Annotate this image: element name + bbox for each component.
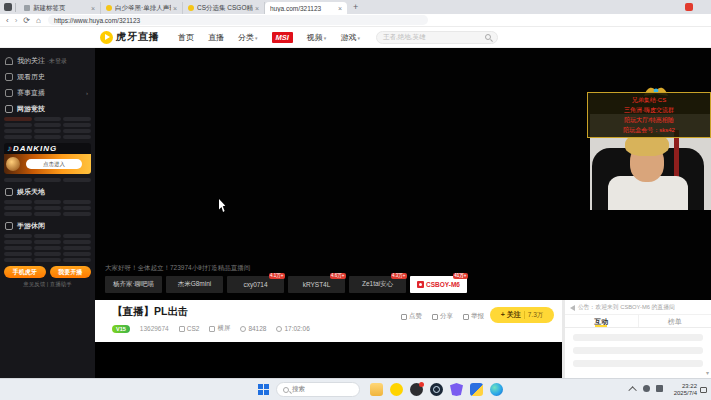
- category-tag[interactable]: [63, 135, 91, 139]
- browser-tab-1[interactable]: 新建标签页 ×: [19, 2, 101, 14]
- category-tag[interactable]: [63, 117, 91, 121]
- category-tag[interactable]: [34, 258, 62, 262]
- category-tag[interactable]: [63, 246, 91, 250]
- category-tag[interactable]: [63, 200, 91, 204]
- new-tab-button[interactable]: +: [353, 2, 358, 12]
- notification-center-icon[interactable]: [700, 387, 707, 393]
- category-tag[interactable]: [34, 129, 62, 133]
- sidebar-ad-banner[interactable]: ♪ DANKING 点击进入: [4, 143, 91, 174]
- steam-icon[interactable]: [430, 383, 443, 396]
- close-tab-icon[interactable]: ×: [255, 5, 259, 12]
- browser-tab-3[interactable]: CS分选集 CSGO精华/搞笑集锦 ×: [183, 2, 265, 14]
- media-app-icon[interactable]: [470, 383, 483, 396]
- network-icon[interactable]: [643, 385, 650, 392]
- sidebar-item-esports[interactable]: 赛事直播 ›: [5, 88, 90, 98]
- category-tag[interactable]: [63, 240, 91, 244]
- browser-tab-2[interactable]: 白少爷黑·单排人声轻音优化打法 ×: [101, 2, 183, 14]
- category-tag[interactable]: [34, 178, 62, 182]
- category-tag[interactable]: [4, 258, 32, 262]
- chat-app-icon[interactable]: [410, 383, 423, 396]
- nav-msi-logo[interactable]: MSI: [272, 32, 293, 43]
- nav-live[interactable]: 直播: [208, 32, 224, 43]
- category-tag[interactable]: [4, 252, 32, 256]
- nav-videos[interactable]: 视频▾: [307, 32, 327, 43]
- video-player[interactable]: 兄弟集结·CS 三角洲·嗨皮交流群 陪玩大厅/特惠相随 陪玩盒会号：sks42 …: [95, 48, 711, 300]
- back-icon[interactable]: ‹: [6, 16, 9, 25]
- channel-tab[interactable]: CSBOY-M6 41万+: [410, 276, 467, 293]
- reload-icon[interactable]: ⟳: [23, 16, 30, 25]
- category-tag[interactable]: [4, 240, 32, 244]
- category-tag[interactable]: [34, 246, 62, 250]
- category-tag[interactable]: [4, 206, 32, 210]
- category-tag[interactable]: [63, 252, 91, 256]
- category-tag[interactable]: [4, 234, 32, 238]
- like-button[interactable]: 点赞: [401, 312, 422, 321]
- share-button[interactable]: 分享: [432, 312, 453, 321]
- category-tag[interactable]: [34, 123, 62, 127]
- browser-menu-icon[interactable]: [4, 3, 12, 11]
- channel-tab[interactable]: kRYST4L 4.6万+: [288, 276, 345, 293]
- orientation-meta[interactable]: 横屏: [209, 324, 230, 333]
- nav-categories[interactable]: 分类▾: [238, 32, 258, 43]
- channel-tab[interactable]: Ze1tai安心 4.3万+: [349, 276, 406, 293]
- extension-icon[interactable]: [685, 3, 693, 11]
- close-tab-icon[interactable]: ×: [173, 5, 177, 12]
- nav-games[interactable]: 游戏▾: [340, 32, 360, 43]
- search-icon[interactable]: [485, 34, 491, 40]
- forward-icon[interactable]: ›: [15, 16, 18, 25]
- category-tag[interactable]: [34, 212, 62, 216]
- close-tab-icon[interactable]: ×: [338, 5, 342, 12]
- category-tag[interactable]: [63, 178, 91, 182]
- sidebar-footer-links[interactable]: 意见反馈 | 直播助手: [4, 281, 91, 288]
- taskbar-search[interactable]: 搜索: [276, 382, 360, 397]
- nav-home[interactable]: 首页: [178, 32, 194, 43]
- huya-app-icon[interactable]: [390, 383, 403, 396]
- category-tag[interactable]: [63, 206, 91, 210]
- category-tag[interactable]: [34, 252, 62, 256]
- start-streaming-button[interactable]: 我要开播: [50, 266, 92, 278]
- category-tag[interactable]: [4, 117, 32, 121]
- close-tab-icon[interactable]: ×: [91, 5, 95, 12]
- category-tag[interactable]: [34, 240, 62, 244]
- category-tag[interactable]: [34, 200, 62, 204]
- volume-icon[interactable]: [656, 385, 663, 392]
- sidebar-item-history[interactable]: 观看历史: [5, 72, 90, 82]
- category-tag[interactable]: [4, 135, 32, 139]
- security-app-icon[interactable]: [450, 383, 463, 396]
- category-tag[interactable]: [34, 117, 62, 121]
- category-tag[interactable]: [63, 212, 91, 216]
- start-button[interactable]: [258, 384, 269, 395]
- scrollbar-down-arrow[interactable]: ▾: [706, 369, 709, 376]
- category-meta[interactable]: CS2: [179, 325, 200, 332]
- channel-tab[interactable]: cxy0714 4.1万+: [227, 276, 284, 293]
- channel-tab[interactable]: 杨齐家·聊吧喵: [105, 276, 162, 293]
- taskbar-clock[interactable]: 23:22 2025/7/4: [674, 383, 697, 397]
- browser-tab-active[interactable]: huya.com/321123 ×: [265, 2, 347, 14]
- category-tag[interactable]: [4, 246, 32, 250]
- category-tag[interactable]: [34, 234, 62, 238]
- follow-button[interactable]: + 关注 7.3万: [490, 307, 554, 323]
- ad-image[interactable]: 点击进入: [4, 154, 91, 174]
- category-tag[interactable]: [4, 212, 32, 216]
- mobile-app-button[interactable]: 手机虎牙: [4, 266, 46, 278]
- ad-cta-button[interactable]: 点击进入: [26, 159, 82, 169]
- category-tag[interactable]: [4, 178, 32, 182]
- category-tag[interactable]: [63, 234, 91, 238]
- category-tag[interactable]: [63, 123, 91, 127]
- category-tag[interactable]: [34, 206, 62, 210]
- tab-interaction[interactable]: 互动: [565, 315, 638, 327]
- category-tag[interactable]: [63, 258, 91, 262]
- tab-ranking[interactable]: 榜单: [638, 315, 711, 327]
- url-field[interactable]: https://www.huya.com/321123: [48, 15, 428, 25]
- category-tag[interactable]: [34, 135, 62, 139]
- tray-expand-icon[interactable]: [628, 386, 636, 394]
- category-tag[interactable]: [4, 123, 32, 127]
- browser-app-icon[interactable]: [490, 383, 503, 396]
- category-tag[interactable]: [4, 200, 32, 204]
- category-tag[interactable]: [4, 129, 32, 133]
- huya-logo[interactable]: 虎牙直播: [100, 30, 160, 44]
- category-tag[interactable]: [63, 129, 91, 133]
- site-search-input[interactable]: 王者,绝地,英雄: [376, 31, 498, 44]
- channel-tab[interactable]: 杰米G8mini: [166, 276, 223, 293]
- home-icon[interactable]: ⌂: [36, 16, 41, 25]
